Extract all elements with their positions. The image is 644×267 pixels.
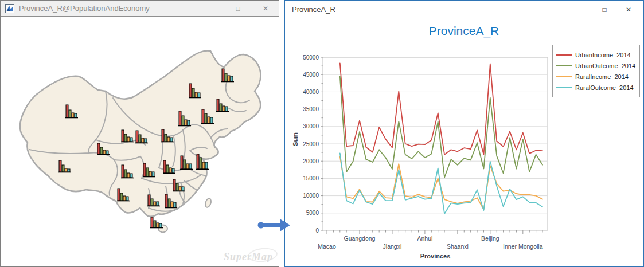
y-tick-label: 45000: [303, 72, 319, 78]
legend-swatch: [556, 65, 572, 66]
y-tick-label: 10000: [303, 193, 319, 199]
taiwan-island[interactable]: [204, 198, 212, 208]
y-tick-label: 35000: [303, 106, 319, 112]
legend-label: UrbanIncome_2014: [575, 52, 631, 58]
legend-swatch: [556, 76, 572, 77]
y-tick-label: 5000: [306, 210, 319, 216]
legend-label: UrbanOutcome_2014: [575, 62, 635, 69]
chart-minimize-button[interactable]: –: [568, 2, 592, 17]
x-tick-label: Beijing: [481, 235, 499, 242]
legend-item[interactable]: RuralIncome_2014: [556, 71, 636, 82]
chart-window: ProvinceA_R – □ ✕ ProvinceA_R 0500010000…: [284, 0, 644, 267]
legend-swatch: [556, 54, 572, 56]
chart-area[interactable]: ProvinceA_R 0500010000150002000025000300…: [285, 18, 643, 266]
x-axis-title: Provinces: [323, 253, 548, 260]
chart-window-title: ProvinceA_R: [292, 5, 568, 14]
map-window: ProvinceA_R@PopulationAndEconomy – □ ✕ S…: [0, 0, 279, 267]
map-window-icon: [5, 4, 14, 13]
x-tick-label: Macao: [318, 243, 336, 250]
china-map-svg: [1, 17, 279, 266]
province-barchart-marker[interactable]: [150, 217, 163, 228]
legend-item[interactable]: UrbanOutcome_2014: [556, 60, 636, 71]
map-maximize-button[interactable]: □: [228, 2, 248, 15]
legend-label: RuralIncome_2014: [575, 73, 629, 80]
y-tick-label: 0: [315, 227, 319, 234]
chart-close-button[interactable]: ✕: [616, 2, 641, 17]
chart-maximize-button[interactable]: □: [592, 2, 616, 17]
x-tick-label: Guangdong: [344, 235, 376, 242]
legend-item[interactable]: UrbanIncome_2014: [556, 49, 636, 60]
chart-window-titlebar[interactable]: ProvinceA_R – □ ✕: [285, 1, 643, 18]
x-tick-label: Shaanxi: [447, 243, 469, 250]
x-tick-label: Inner Mongolia: [503, 243, 543, 250]
y-tick-label: 20000: [303, 158, 319, 164]
flow-arrow-icon: [257, 217, 291, 234]
y-tick-label: 40000: [303, 89, 319, 95]
chart-legend: UrbanIncome_2014UrbanOutcome_2014RuralIn…: [552, 45, 640, 97]
supermap-watermark: SuperMap: [224, 251, 273, 263]
map-minimize-button[interactable]: –: [201, 2, 220, 15]
y-tick-label: 50000: [303, 54, 319, 61]
y-tick-label: 25000: [303, 141, 319, 147]
y-axis-title: Sum: [292, 132, 299, 146]
map-window-titlebar[interactable]: ProvinceA_R@PopulationAndEconomy – □ ✕: [1, 1, 279, 17]
legend-item[interactable]: RuralOutcome_2014: [556, 82, 636, 93]
map-window-title: ProvinceA_R@PopulationAndEconomy: [19, 4, 193, 13]
chart-title: ProvinceA_R: [285, 24, 643, 38]
legend-label: RuralOutcome_2014: [575, 84, 634, 91]
map-canvas[interactable]: SuperMap: [1, 17, 279, 266]
map-close-button[interactable]: ✕: [256, 2, 275, 15]
y-tick-label: 15000: [303, 175, 319, 182]
x-tick-label: Anhui: [417, 235, 432, 242]
desktop-stage: ProvinceA_R@PopulationAndEconomy – □ ✕ S…: [0, 0, 644, 267]
x-tick-label: Jiangxi: [383, 243, 402, 250]
legend-swatch: [556, 87, 572, 88]
y-tick-label: 30000: [303, 123, 319, 129]
